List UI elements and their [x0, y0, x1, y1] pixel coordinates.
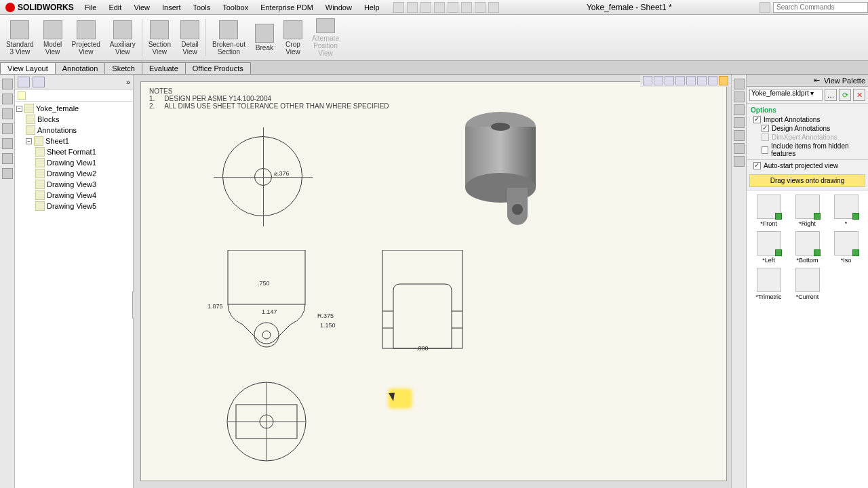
chk-hidden-features[interactable]	[762, 146, 768, 154]
detail-view-button[interactable]: Detail View	[176, 16, 204, 59]
tree-drawing-view5[interactable]: Drawing View5	[16, 201, 132, 211]
section-view-button[interactable]: Section View	[144, 16, 176, 59]
resources-icon[interactable]	[734, 79, 745, 89]
view-palette-icon[interactable]	[734, 117, 745, 128]
open-icon[interactable]	[407, 2, 418, 13]
view-icon	[35, 180, 45, 189]
crop-view-button[interactable]: Crop View	[279, 16, 307, 59]
tree-drawing-view1[interactable]: Drawing View1	[16, 157, 132, 168]
dimension-tool-icon[interactable]	[2, 94, 13, 104]
undo-icon[interactable]	[448, 2, 458, 13]
arc-tool-icon[interactable]	[2, 153, 13, 164]
menu-tools[interactable]: Tools	[188, 2, 216, 13]
tab-sketch[interactable]: Sketch	[104, 62, 142, 74]
drawing-view-front[interactable]: .750 1.875 1.147 R.375 1.150	[222, 250, 311, 361]
thumb-current[interactable]: *Current	[789, 268, 825, 300]
chk-import-annotations[interactable]	[753, 116, 761, 123]
hide-show-icon[interactable]	[697, 76, 707, 85]
menu-file[interactable]: File	[79, 2, 102, 13]
file-explorer-icon[interactable]	[734, 104, 745, 115]
thumb-left[interactable]: *Left	[751, 231, 787, 264]
palette-pin-icon[interactable]: ⇤	[814, 76, 820, 85]
import-button[interactable]: ✕	[853, 89, 865, 101]
forum-icon[interactable]	[734, 156, 745, 167]
drawing-view-top[interactable]: ⌀.376	[222, 136, 302, 216]
design-library-icon[interactable]	[734, 92, 745, 102]
standard-3-view-button[interactable]: Standard 3 View	[1, 16, 39, 59]
edit-sheet-icon[interactable]	[708, 76, 717, 85]
tree-sheet1[interactable]: −Sheet1	[16, 136, 132, 146]
crop-view-icon	[283, 20, 302, 39]
broken-out-section-button[interactable]: Broken-out Section	[208, 16, 250, 59]
auxiliary-view-button[interactable]: Auxiliary View	[105, 16, 140, 59]
projected-view-button[interactable]: Projected View	[67, 16, 105, 59]
menu-enterprise-pdm[interactable]: Enterprise PDM	[255, 2, 319, 13]
svg-point-3	[491, 123, 510, 131]
zoom-area-icon[interactable]	[654, 76, 663, 85]
tree-drawing-view3[interactable]: Drawing View3	[16, 179, 132, 190]
filter-icon[interactable]	[18, 92, 26, 100]
menu-insert[interactable]: Insert	[157, 2, 186, 13]
drawing-canvas[interactable]: NOTES 1.DESIGN PER ASME Y14.100-2004 2.A…	[134, 75, 731, 488]
tree-root[interactable]: − Yoke_female	[16, 103, 132, 114]
print-icon[interactable]	[434, 2, 445, 13]
rebuild-icon[interactable]	[475, 2, 486, 13]
thumb-front[interactable]: *Front	[751, 195, 787, 227]
drawing-view-right[interactable]: .800	[378, 250, 467, 361]
expand-toggle-icon[interactable]: −	[16, 106, 22, 112]
thumb-isometric[interactable]: *Iso	[828, 231, 864, 264]
rectangle-tool-icon[interactable]	[2, 123, 13, 134]
panel-collapse-icon[interactable]: »	[126, 78, 130, 86]
search-provider-icon[interactable]	[760, 2, 770, 13]
drawing-view-isometric[interactable]	[460, 106, 548, 228]
dim-front-r1: 1.147	[262, 308, 277, 315]
property-manager-tab-icon[interactable]	[33, 77, 45, 87]
menu-window[interactable]: Window	[320, 2, 357, 13]
sketch-tool-icon[interactable]	[2, 79, 13, 89]
refresh-button[interactable]: ⟳	[839, 89, 851, 101]
tab-view-layout[interactable]: View Layout	[0, 62, 56, 74]
tree-drawing-view4[interactable]: Drawing View4	[16, 190, 132, 201]
redo-icon[interactable]	[461, 2, 472, 13]
model-view-button[interactable]: Model View	[39, 16, 67, 59]
menu-toolbox[interactable]: Toolbox	[217, 2, 254, 13]
thumb-back[interactable]: *	[828, 195, 864, 227]
tree-drawing-view2[interactable]: Drawing View2	[16, 168, 132, 179]
thumb-right[interactable]: *Right	[789, 195, 825, 227]
break-button[interactable]: Break	[250, 16, 279, 59]
line-tool-icon[interactable]	[2, 108, 13, 119]
appearances-icon[interactable]	[734, 130, 745, 141]
tab-office-products[interactable]: Office Products	[185, 62, 251, 74]
menu-edit[interactable]: Edit	[103, 2, 127, 13]
feature-manager-tab-icon[interactable]	[18, 77, 30, 87]
custom-props-icon[interactable]	[734, 143, 745, 154]
display-style-icon[interactable]	[686, 76, 696, 85]
search-input[interactable]	[773, 2, 868, 13]
expand-toggle-icon[interactable]: −	[26, 138, 32, 144]
menu-help[interactable]: Help	[359, 2, 385, 13]
options-icon[interactable]	[488, 2, 499, 13]
previous-view-icon[interactable]	[665, 76, 674, 85]
tab-evaluate[interactable]: Evaluate	[142, 62, 186, 74]
palette-model-select[interactable]: Yoke_female.sldprt ▾	[749, 89, 823, 101]
drawing-view-bottom[interactable]	[222, 378, 311, 468]
save-icon[interactable]	[420, 2, 431, 13]
feature-tree-panel: » − Yoke_female Blocks Annotations −Shee…	[15, 75, 134, 488]
section-display-icon[interactable]	[675, 76, 685, 85]
tab-annotation[interactable]: Annotation	[55, 62, 106, 74]
chk-design-annotations[interactable]	[762, 125, 769, 132]
chk-auto-start-projected[interactable]	[753, 162, 761, 169]
thumb-bottom[interactable]: *Bottom	[789, 231, 825, 264]
new-icon[interactable]	[393, 2, 404, 13]
tree-blocks[interactable]: Blocks	[16, 114, 132, 125]
drawing-sheet[interactable]: NOTES 1.DESIGN PER ASME Y14.100-2004 2.A…	[140, 81, 727, 481]
thumb-trimetric[interactable]: *Trimetric	[751, 268, 787, 300]
circle-tool-icon[interactable]	[2, 138, 13, 149]
tree-annotations[interactable]: Annotations	[16, 125, 132, 136]
trim-tool-icon[interactable]	[2, 168, 13, 179]
zoom-fit-icon[interactable]	[643, 76, 652, 85]
browse-button[interactable]: …	[825, 89, 837, 101]
appearance-icon[interactable]	[719, 76, 728, 85]
menu-view[interactable]: View	[128, 2, 155, 13]
tree-sheet-format1[interactable]: Sheet Format1	[16, 146, 132, 157]
